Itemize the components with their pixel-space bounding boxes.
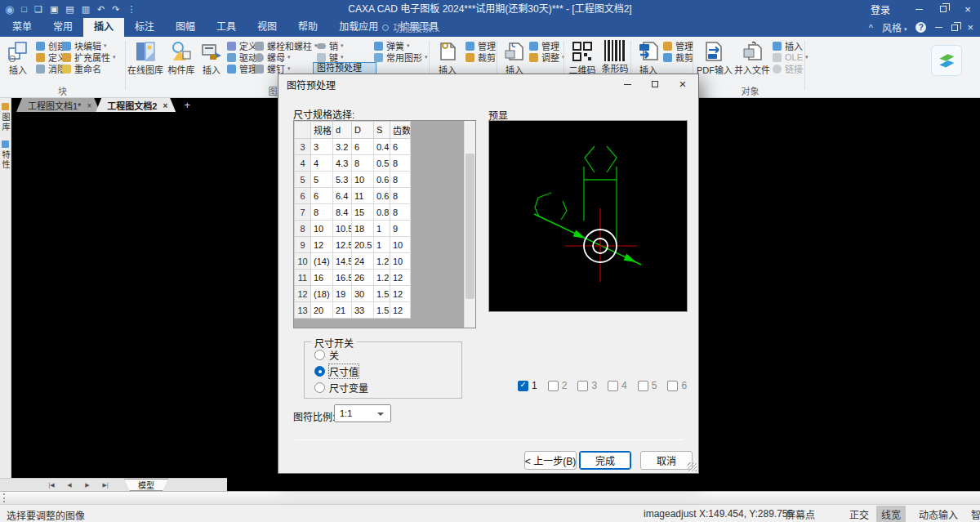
table-row[interactable]: 788.4150.88	[295, 204, 411, 221]
block-edit-button[interactable]: 块编辑	[62, 40, 107, 51]
insert-image-button[interactable]: 插入	[433, 39, 462, 75]
drive-symbol-button[interactable]: 驱动	[227, 51, 257, 63]
table-scrollbar[interactable]	[464, 121, 475, 328]
dialog-resize-grip[interactable]	[688, 462, 697, 471]
pin-button[interactable]: 销	[317, 40, 344, 51]
table-row[interactable]: 10(14)14.5241.210	[295, 253, 411, 270]
login-button[interactable]: 登录	[871, 2, 890, 16]
collapse-ribbon-icon[interactable]	[869, 23, 873, 33]
status-toggle-屏幕点[interactable]: 屏幕点	[786, 507, 815, 521]
manage-image-button[interactable]: 管理	[466, 40, 496, 51]
pdf-input-button[interactable]: PDF输入	[696, 39, 733, 75]
style-dropdown[interactable]: 风格	[882, 20, 907, 34]
insert-block-button[interactable]: 插入	[2, 39, 34, 75]
sidebar-tab-特性[interactable]: 特性	[0, 139, 11, 170]
help-icon[interactable]: ?	[915, 22, 926, 33]
common-shape-button[interactable]: 常用图形	[374, 51, 428, 63]
rename-block-button[interactable]: 重命名	[62, 63, 101, 74]
radio-option-关[interactable]: 关	[314, 348, 461, 362]
status-toggle-智能[interactable]: 智能	[971, 507, 980, 521]
tab-close-icon[interactable]	[163, 100, 167, 110]
ribbon-tab-常用[interactable]: 常用	[42, 18, 83, 37]
preview-checkbox-2[interactable]: 2	[548, 380, 568, 391]
minimize-button[interactable]	[906, 0, 931, 18]
symbol-scale-select[interactable]: 1:1	[334, 404, 391, 422]
close-button[interactable]	[956, 0, 980, 18]
extend-attribute-button[interactable]: 扩充属性	[62, 51, 116, 63]
preview-checkbox-4[interactable]: 4	[608, 380, 627, 391]
component-library-button[interactable]: 构件库	[165, 39, 198, 75]
dialog-close-button[interactable]	[669, 75, 697, 93]
preview-checkbox-1[interactable]: 1	[518, 380, 537, 391]
insert-object-button[interactable]: 插入	[773, 40, 803, 51]
doc-minimize-icon[interactable]	[935, 27, 942, 28]
ribbon-tab-视图[interactable]: 视图	[247, 18, 287, 37]
column-header[interactable]: d	[333, 122, 352, 139]
document-tab[interactable]: 工程图文档2	[96, 98, 176, 112]
document-tab[interactable]: 工程图文档1*	[16, 98, 100, 112]
barcode-button[interactable]: 条形码	[599, 39, 630, 74]
ribbon-tab-菜单[interactable]: 菜单	[2, 18, 42, 37]
next-sheet-icon[interactable]	[78, 482, 96, 489]
toolbar-grip[interactable]	[3, 493, 5, 502]
last-sheet-icon[interactable]	[96, 482, 114, 489]
spec-table[interactable]: 规格dDS齿数 333.260.46444.380.58555.3100.686…	[294, 121, 411, 319]
finish-button[interactable]: 完成	[579, 451, 631, 470]
function-search[interactable]: 功能搜索...	[382, 18, 440, 37]
table-row[interactable]: 333.260.46	[295, 139, 411, 155]
assistant-logo[interactable]	[931, 45, 962, 76]
preview-checkbox-3[interactable]: 3	[577, 380, 597, 391]
ole-button[interactable]: OLE	[773, 51, 808, 63]
doc-close-icon[interactable]	[967, 22, 973, 33]
nut-button[interactable]: 螺母	[255, 51, 291, 63]
crop-pdf-button[interactable]: 裁剪	[663, 51, 693, 63]
tab-close-icon[interactable]	[87, 100, 91, 110]
ribbon-tab-帮助[interactable]: 帮助	[287, 18, 328, 37]
table-row[interactable]: 132021331.512	[295, 302, 411, 319]
dialog-maximize-button[interactable]	[641, 75, 669, 93]
define-symbol-button[interactable]: 定义	[227, 40, 257, 51]
merge-file-button[interactable]: 并入文件	[733, 39, 771, 75]
model-tab[interactable]: 模型	[124, 479, 168, 491]
cancel-button[interactable]: 取消	[640, 451, 693, 470]
previous-sheet-icon[interactable]	[60, 482, 78, 489]
preview-checkbox-5[interactable]: 5	[638, 380, 657, 391]
manage-external-button[interactable]: 管理	[529, 40, 559, 51]
screw-button[interactable]: 螺钉	[255, 63, 291, 74]
column-header[interactable]: 齿数	[390, 122, 411, 139]
table-row[interactable]: 444.380.58	[295, 155, 411, 172]
dialog-minimize-button[interactable]	[613, 75, 641, 93]
first-sheet-icon[interactable]	[42, 482, 60, 489]
qrcode-button[interactable]: 二维码	[567, 39, 598, 75]
insert-pdf-button[interactable]: 插入	[634, 39, 663, 75]
symbol-preprocess-button[interactable]: 图符预处理	[313, 62, 376, 74]
spring-button[interactable]: 弹簧	[374, 40, 410, 51]
radio-option-尺寸值[interactable]: 尺寸值	[314, 364, 461, 378]
ribbon-tab-工具[interactable]: 工具	[206, 18, 247, 37]
manage-pdf-button[interactable]: 管理	[663, 40, 693, 51]
table-row[interactable]: 666.4110.68	[295, 188, 411, 204]
doc-restore-icon[interactable]	[951, 25, 958, 31]
ribbon-tab-插入[interactable]: 插入	[83, 18, 124, 37]
radio-option-尺寸变量[interactable]: 尺寸变量	[314, 381, 461, 395]
preview-checkbox-6[interactable]: 6	[667, 380, 687, 391]
crop-image-button[interactable]: 裁剪	[466, 51, 496, 63]
table-row[interactable]: 81010.51819	[295, 221, 411, 237]
column-header[interactable]: D	[352, 122, 374, 139]
restore-button[interactable]	[931, 0, 956, 18]
link-button[interactable]: 链接	[773, 63, 803, 74]
table-row[interactable]: 91212.520.5110	[295, 237, 411, 253]
new-document-tab-button[interactable]: +	[180, 98, 194, 111]
table-row[interactable]: 555.3100.68	[295, 172, 411, 188]
sidebar-tab-图库[interactable]: 图库	[0, 101, 11, 132]
column-header[interactable]: 规格	[311, 122, 333, 139]
column-header[interactable]: S	[374, 122, 390, 139]
key-button[interactable]: 键	[317, 51, 344, 63]
table-scrollbar-thumb[interactable]	[466, 154, 474, 299]
status-toggle-线宽[interactable]: 线宽	[876, 506, 906, 522]
online-library-button[interactable]: 在线图库	[127, 39, 163, 75]
ribbon-tab-图幅[interactable]: 图幅	[165, 18, 206, 37]
adjust-external-button[interactable]: 调整	[529, 51, 565, 63]
ribbon-tab-标注[interactable]: 标注	[124, 18, 165, 37]
table-row[interactable]: 111616.5261.212	[295, 270, 411, 286]
